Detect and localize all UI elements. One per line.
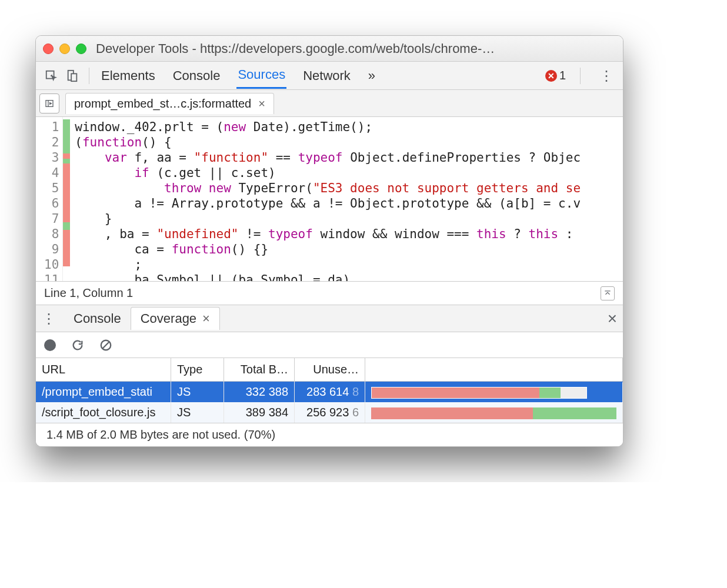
- close-drawer-tab-icon[interactable]: ×: [202, 311, 210, 326]
- line-number: 8: [44, 226, 59, 242]
- cell-url: /script_foot_closure.js: [36, 402, 171, 423]
- cell-type: JS: [171, 402, 224, 423]
- tab-network[interactable]: Network: [302, 64, 352, 88]
- col-type[interactable]: Type: [171, 358, 224, 381]
- summary-text: 1.4 MB of 2.0 MB bytes are not used. (70…: [46, 428, 275, 442]
- panel-tabs: Elements Console Sources Network »: [100, 62, 545, 89]
- error-count: 1: [559, 69, 566, 82]
- minimize-window-button[interactable]: [59, 44, 70, 54]
- file-tab-bar: prompt_embed_st…c.js:formatted ×: [36, 90, 623, 117]
- svg-line-7: [103, 342, 109, 348]
- file-tab-name: prompt_embed_st…c.js:formatted: [74, 97, 251, 111]
- window-title: Developer Tools - https://developers.goo…: [96, 41, 616, 56]
- table-row[interactable]: /script_foot_closure.js JS 389 384 256 9…: [36, 402, 623, 423]
- cell-bar: [365, 382, 623, 402]
- table-row[interactable]: /prompt_embed_stati JS 332 388 283 614 8: [36, 382, 623, 402]
- toolbar-divider: [580, 68, 581, 84]
- drawer-tab-coverage[interactable]: Coverage ×: [131, 307, 220, 330]
- settings-menu-icon[interactable]: ⋮: [595, 68, 618, 84]
- line-number: 4: [44, 165, 59, 181]
- tab-sources[interactable]: Sources: [236, 62, 286, 89]
- inspect-element-icon[interactable]: [41, 65, 62, 86]
- col-unused[interactable]: Unuse…: [295, 358, 365, 381]
- col-visualization: [365, 358, 623, 381]
- line-number: 1: [44, 119, 59, 135]
- close-drawer-icon[interactable]: ×: [608, 309, 617, 328]
- main-toolbar: Elements Console Sources Network » ✕ 1 ⋮: [36, 62, 623, 90]
- line-number: 2: [44, 135, 59, 150]
- drawer-tab-label: Coverage: [141, 311, 196, 326]
- device-toolbar-icon[interactable]: [62, 65, 83, 86]
- devtools-window: Developer Tools - https://developers.goo…: [35, 35, 623, 447]
- zoom-window-button[interactable]: [76, 44, 86, 54]
- cell-total: 332 388: [224, 382, 295, 402]
- line-number: 3: [44, 150, 59, 165]
- cell-type: JS: [171, 382, 224, 402]
- cell-total: 389 384: [224, 402, 295, 423]
- record-icon[interactable]: [44, 339, 56, 351]
- tabs-overflow-icon[interactable]: »: [367, 64, 376, 88]
- drawer-menu-icon[interactable]: ⋮: [42, 310, 56, 327]
- coverage-gutter: [63, 117, 70, 281]
- editor-status-bar: Line 1, Column 1: [36, 282, 623, 305]
- table-header: URL Type Total B… Unuse…: [36, 358, 623, 382]
- line-gutter: 1 2 3 4 5 6 7 8 9 10 11: [36, 117, 63, 281]
- drawer-tab-console[interactable]: Console: [64, 308, 131, 330]
- line-number: 11: [44, 272, 59, 282]
- col-total[interactable]: Total B…: [224, 358, 295, 381]
- line-number: 7: [44, 211, 59, 226]
- source-code[interactable]: window._402.prlt = (new Date).getTime();…: [70, 117, 623, 281]
- close-file-icon[interactable]: ×: [258, 97, 265, 111]
- line-number: 10: [44, 257, 59, 272]
- close-window-button[interactable]: [43, 44, 54, 54]
- error-icon: ✕: [545, 70, 557, 82]
- navigator-toggle-icon[interactable]: [39, 93, 59, 113]
- traffic-lights: [43, 44, 86, 54]
- line-number: 6: [44, 196, 59, 211]
- cell-unused: 283 614 8: [295, 382, 365, 402]
- coverage-toolbar: [36, 332, 623, 358]
- cell-bar: [365, 403, 623, 423]
- file-tab[interactable]: prompt_embed_st…c.js:formatted ×: [65, 93, 274, 114]
- coverage-table: URL Type Total B… Unuse… /prompt_embed_s…: [36, 358, 623, 423]
- line-number: 9: [44, 242, 59, 257]
- cell-unused: 256 923 6: [295, 402, 365, 423]
- toolbar-divider: [89, 68, 89, 84]
- clear-icon[interactable]: [99, 339, 112, 352]
- code-editor[interactable]: 1 2 3 4 5 6 7 8 9 10 11 window._402.prlt…: [36, 117, 623, 282]
- cell-url: /prompt_embed_stati: [36, 382, 171, 402]
- drawer-tabs: ⋮ Console Coverage × ×: [36, 305, 623, 332]
- reload-icon[interactable]: [71, 339, 84, 352]
- error-badge[interactable]: ✕ 1: [545, 69, 566, 82]
- tab-elements[interactable]: Elements: [100, 64, 156, 88]
- line-number: 5: [44, 181, 59, 196]
- svg-rect-2: [71, 74, 76, 81]
- coverage-summary: 1.4 MB of 2.0 MB bytes are not used. (70…: [36, 423, 623, 446]
- collapse-drawer-icon[interactable]: [601, 286, 615, 300]
- titlebar: Developer Tools - https://developers.goo…: [36, 36, 623, 62]
- cursor-position: Line 1, Column 1: [44, 286, 133, 300]
- tab-console[interactable]: Console: [172, 64, 222, 88]
- col-url[interactable]: URL: [36, 358, 171, 381]
